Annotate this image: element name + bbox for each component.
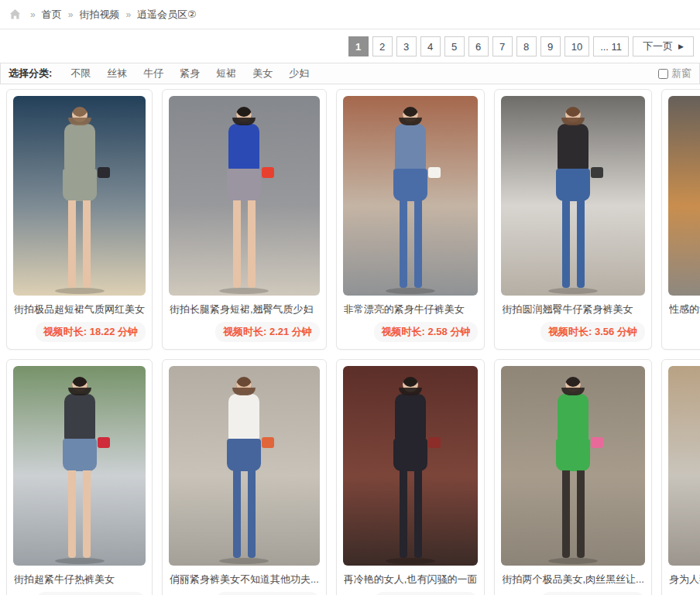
figure-top: [228, 394, 259, 440]
figure-bottom: [63, 169, 97, 201]
breadcrumb-item[interactable]: 街拍视频: [79, 8, 119, 22]
figure-legs: [562, 200, 585, 288]
figure-top: [395, 124, 426, 170]
figure-legs: [400, 470, 422, 558]
figure-top: [64, 124, 95, 170]
video-title[interactable]: 再冷艳的女人,也有闪骚的一面: [344, 573, 478, 586]
video-title[interactable]: 街拍两个极品美女,肉丝黑丝让...: [502, 573, 643, 586]
video-title[interactable]: 性感的让人欲罢不能的高跟鞋美...: [669, 303, 700, 316]
home-icon[interactable]: [9, 9, 21, 20]
video-meta: 视频时长: 18.22 分钟: [13, 322, 146, 342]
pagination-page-button[interactable]: 2: [372, 36, 393, 56]
figure-bag: [98, 437, 110, 448]
new-window-toggle[interactable]: 新窗: [658, 67, 691, 80]
duration-unit: 分钟: [118, 326, 138, 337]
pagination-page-button[interactable]: 9: [540, 36, 561, 56]
filter-bar: 选择分类: 不限丝袜牛仔紧身短裙美女少妇 新窗: [0, 63, 700, 84]
figure-shadow: [386, 558, 435, 564]
figure-shadow: [548, 288, 598, 294]
pagination-page-button[interactable]: 7: [492, 36, 513, 56]
video-card[interactable]: 街拍极品超短裙气质网红美女 视频时长: 18.22 分钟: [6, 89, 153, 350]
video-card[interactable]: 街拍超紧牛仔热裤美女 视频时长: 16.37 分钟: [6, 359, 153, 595]
video-title[interactable]: 街拍长腿紧身短裙,翘臀气质少妇: [170, 303, 319, 316]
video-card[interactable]: 街拍圆润翘臀牛仔紧身裤美女 视频时长: 3.56 分钟: [494, 89, 651, 350]
figure-legs: [562, 470, 585, 558]
filter-category-link[interactable]: 短裙: [216, 67, 236, 80]
pagination-page-button[interactable]: ... 11: [593, 36, 629, 56]
video-thumbnail[interactable]: [13, 366, 146, 566]
figure-bag: [428, 437, 441, 448]
figure-bottom: [227, 169, 261, 201]
pagination-page-button[interactable]: 4: [420, 36, 441, 56]
filter-label: 选择分类:: [9, 67, 52, 80]
video-card[interactable]: 非常漂亮的紧身牛仔裤美女 视频时长: 2.58 分钟: [336, 89, 486, 350]
video-title[interactable]: 非常漂亮的紧身牛仔裤美女: [344, 303, 478, 316]
figure-top: [228, 124, 259, 170]
pagination-page-button[interactable]: 10: [564, 36, 589, 56]
duration-unit: 分钟: [617, 326, 637, 337]
figure-top: [558, 124, 588, 170]
video-card[interactable]: 身为人妻还穿着丝袜高跟鞋出来... 视频时长: 1.54 分钟: [661, 359, 700, 595]
figure-bottom: [556, 439, 590, 471]
video-meta: 视频时长: 3.56 分钟: [501, 322, 644, 342]
video-thumbnail[interactable]: [668, 96, 700, 296]
video-title[interactable]: 街拍超紧牛仔热裤美女: [14, 573, 145, 586]
figure-legs: [233, 200, 256, 288]
video-meta: 视频时长: 2.58 分钟: [343, 322, 479, 342]
video-meta: 视频时长: 5.42 分钟: [501, 592, 644, 595]
video-title[interactable]: 身为人妻还穿着丝袜高跟鞋出来...: [669, 573, 700, 586]
figure-shadow: [219, 558, 269, 564]
duration-label: 视频时长:: [223, 326, 266, 337]
duration-unit: 分钟: [292, 326, 312, 337]
filter-category-link[interactable]: 紧身: [180, 67, 200, 80]
video-thumbnail[interactable]: [343, 96, 479, 296]
figure-bag: [591, 167, 603, 178]
filter-category-link[interactable]: 牛仔: [143, 67, 163, 80]
video-thumbnail[interactable]: [169, 366, 320, 566]
breadcrumb-item[interactable]: 首页: [42, 8, 62, 22]
next-page-button[interactable]: 下一页 ▶: [633, 36, 694, 56]
pagination-page-button[interactable]: 5: [444, 36, 465, 56]
video-card[interactable]: 俏丽紧身裤美女不知道其他功夫... 视频时长: 1.39 分钟: [162, 359, 327, 595]
breadcrumb-separator-icon: »: [30, 9, 36, 20]
video-thumbnail[interactable]: [13, 96, 146, 296]
video-card[interactable]: 再冷艳的女人,也有闪骚的一面 视频时长: 8.36 分钟: [336, 359, 486, 595]
pagination-page-button[interactable]: 3: [396, 36, 417, 56]
video-thumbnail[interactable]: [668, 366, 700, 566]
figure-bag: [262, 167, 274, 178]
video-title[interactable]: 街拍圆润翘臀牛仔紧身裤美女: [502, 303, 643, 316]
figure-bottom: [393, 439, 427, 471]
figure-bottom: [556, 169, 590, 201]
duration-badge: 视频时长: 1.39 分钟: [215, 592, 320, 595]
new-window-checkbox[interactable]: [658, 69, 668, 79]
figure-legs: [400, 200, 422, 288]
figure-bottom: [227, 439, 261, 471]
breadcrumb: » 首页 » 街拍视频 » 逍遥会员区②: [24, 8, 197, 22]
figure-bag: [98, 167, 110, 178]
video-title[interactable]: 街拍极品超短裙气质网红美女: [14, 303, 145, 316]
duration-badge: 视频时长: 2.21 分钟: [215, 322, 320, 342]
pagination-page-button[interactable]: 8: [516, 36, 537, 56]
figure-placeholder: [53, 107, 107, 288]
figure-shadow: [219, 288, 269, 294]
video-card[interactable]: 街拍两个极品美女,肉丝黑丝让... 视频时长: 5.42 分钟: [494, 359, 651, 595]
video-grid: 街拍极品超短裙气质网红美女 视频时长: 18.22 分钟: [0, 86, 700, 595]
video-thumbnail[interactable]: [501, 366, 644, 566]
filter-category-link[interactable]: 不限: [70, 67, 91, 80]
pagination-page-button[interactable]: 1: [348, 36, 369, 56]
figure-legs: [68, 470, 91, 558]
video-meta: 视频时长: 1.54 分钟: [668, 592, 700, 595]
video-thumbnail[interactable]: [343, 366, 479, 566]
video-card[interactable]: 性感的让人欲罢不能的高跟鞋美... 视频时长: 10.45 分钟: [661, 89, 700, 350]
duration-badge: 视频时长: 8.36 分钟: [374, 592, 479, 595]
video-meta: 视频时长: 2.21 分钟: [169, 322, 320, 342]
video-card[interactable]: 街拍长腿紧身短裙,翘臀气质少妇 视频时长: 2.21 分钟: [162, 89, 327, 350]
breadcrumb-item[interactable]: 逍遥会员区②: [137, 8, 197, 22]
video-thumbnail[interactable]: [501, 96, 644, 296]
video-thumbnail[interactable]: [169, 96, 320, 296]
video-title[interactable]: 俏丽紧身裤美女不知道其他功夫...: [170, 573, 319, 586]
pagination-page-button[interactable]: 6: [468, 36, 489, 56]
filter-category-link[interactable]: 美女: [252, 67, 273, 80]
filter-category-link[interactable]: 丝袜: [107, 67, 127, 80]
filter-category-link[interactable]: 少妇: [289, 67, 309, 80]
